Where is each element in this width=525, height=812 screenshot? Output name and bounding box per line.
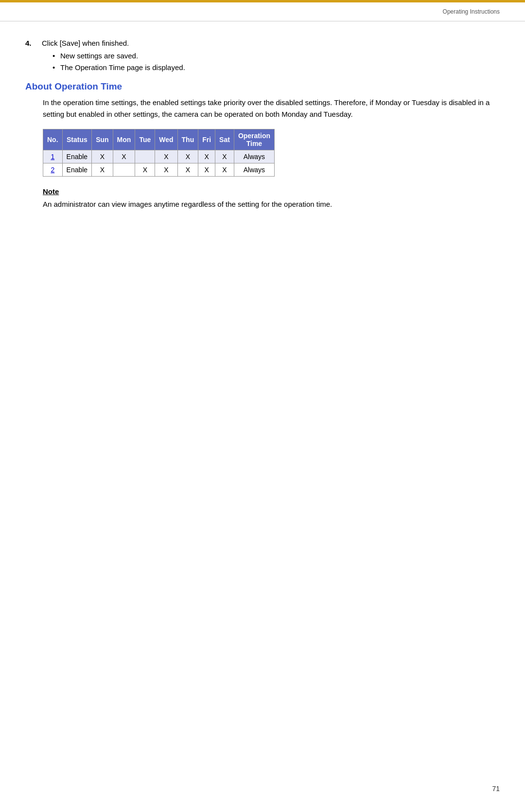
- table-cell: X: [198, 163, 215, 177]
- table-cell[interactable]: 1: [43, 150, 63, 163]
- step-4-item: 4. Click [Save] when finished.: [25, 39, 500, 47]
- col-status: Status: [62, 129, 92, 150]
- table-cell: Always: [234, 150, 274, 163]
- table-cell: Always: [234, 163, 274, 177]
- col-wed: Wed: [155, 129, 177, 150]
- table-cell: X: [198, 150, 215, 163]
- table-cell: [113, 163, 135, 177]
- table-wrapper: No. Status Sun Mon Tue Wed Thu Fri Sat O…: [43, 129, 500, 177]
- table-cell: X: [215, 150, 234, 163]
- step-4-text: Click [Save] when finished.: [42, 39, 129, 47]
- col-optime: OperationTime: [234, 129, 274, 150]
- table-cell: X: [155, 163, 177, 177]
- section-title: About Operation Time: [25, 81, 500, 92]
- col-mon: Mon: [113, 129, 135, 150]
- table-cell: X: [135, 163, 155, 177]
- table-row: 1EnableXXXXXXAlways: [43, 150, 275, 163]
- table-row: 2EnableXXXXXXAlways: [43, 163, 275, 177]
- page-number: 71: [492, 785, 500, 793]
- col-no: No.: [43, 129, 63, 150]
- table-cell: [135, 150, 155, 163]
- bullet-2: The Operation Time page is displayed.: [52, 62, 500, 73]
- table-cell: X: [177, 150, 198, 163]
- note-body: An administrator can view images anytime…: [43, 198, 500, 210]
- table-cell: X: [177, 163, 198, 177]
- table-cell: X: [113, 150, 135, 163]
- bullet-list: New settings are saved. The Operation Ti…: [52, 50, 500, 73]
- table-cell: X: [155, 150, 177, 163]
- table-cell: X: [92, 150, 113, 163]
- col-tue: Tue: [135, 129, 155, 150]
- table-cell: X: [215, 163, 234, 177]
- operation-time-table: No. Status Sun Mon Tue Wed Thu Fri Sat O…: [43, 129, 275, 177]
- table-cell: X: [92, 163, 113, 177]
- bullet-1: New settings are saved.: [52, 50, 500, 62]
- col-thu: Thu: [177, 129, 198, 150]
- table-cell: Enable: [62, 163, 92, 177]
- table-cell: Enable: [62, 150, 92, 163]
- note-section: Note An administrator can view images an…: [43, 187, 500, 210]
- table-cell[interactable]: 2: [43, 163, 63, 177]
- col-fri: Fri: [198, 129, 215, 150]
- section-body: In the operation time settings, the enab…: [43, 97, 500, 120]
- col-sun: Sun: [92, 129, 113, 150]
- header-title: Operating Instructions: [443, 8, 500, 15]
- header-bar: Operating Instructions: [0, 2, 525, 21]
- note-title: Note: [43, 187, 500, 196]
- step-4-number: 4.: [25, 39, 35, 47]
- page-content: 4. Click [Save] when finished. New setti…: [25, 29, 500, 210]
- table-header-row: No. Status Sun Mon Tue Wed Thu Fri Sat O…: [43, 129, 275, 150]
- col-sat: Sat: [215, 129, 234, 150]
